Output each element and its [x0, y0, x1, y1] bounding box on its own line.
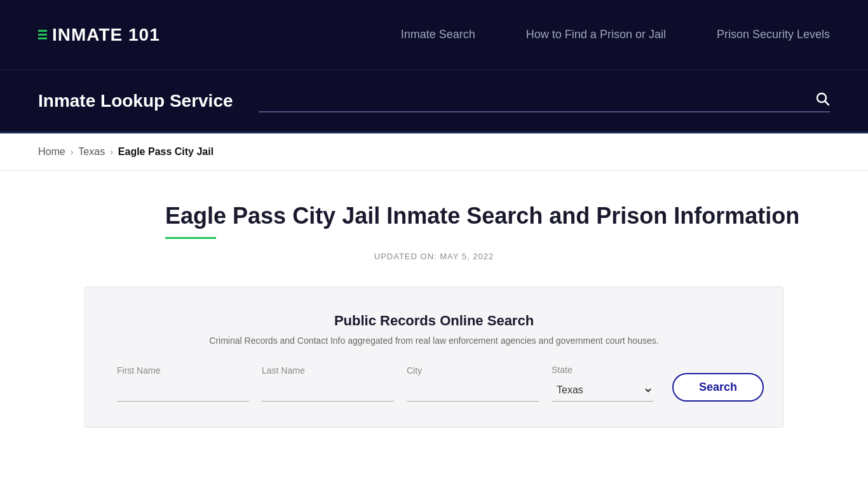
public-records-title: Public Records Online Search: [117, 313, 751, 329]
last-name-label: Last Name: [262, 365, 394, 376]
page-title: Eagle Pass City Jail Inmate Search and P…: [38, 203, 830, 229]
nav-links: Inmate Search How to Find a Prison or Ja…: [401, 28, 830, 41]
search-section-title: Inmate Lookup Service: [38, 91, 233, 111]
breadcrumb-state[interactable]: Texas: [78, 146, 105, 158]
first-name-group: First Name: [117, 365, 249, 402]
public-records-box: Public Records Online Search Criminal Re…: [85, 287, 783, 428]
search-icon: [815, 91, 830, 106]
search-icon-button[interactable]: [815, 91, 830, 106]
breadcrumb-current: Eagle Pass City Jail: [118, 146, 214, 158]
logo-icon: [38, 30, 47, 39]
state-select[interactable]: Texas Alabama Alaska Arizona Arkansas Ca…: [552, 379, 653, 402]
last-name-group: Last Name: [262, 365, 394, 402]
search-input[interactable]: [259, 89, 815, 107]
state-group: State Texas Alabama Alaska Arizona Arkan…: [552, 365, 653, 402]
public-records-subtitle: Criminal Records and Contact Info aggreg…: [117, 336, 751, 346]
breadcrumb: Home › Texas › Eagle Pass City Jail: [38, 146, 830, 158]
city-label: City: [407, 365, 539, 376]
logo-text: INMATE 101: [52, 25, 160, 45]
main-content: Eagle Pass City Jail Inmate Search and P…: [0, 171, 868, 453]
first-name-input[interactable]: [117, 379, 249, 402]
last-name-input[interactable]: [262, 379, 394, 402]
inmate-search-nav-link[interactable]: Inmate Search: [401, 28, 475, 41]
breadcrumb-section: Home › Texas › Eagle Pass City Jail: [0, 133, 868, 171]
breadcrumb-chevron-1: ›: [71, 147, 74, 157]
top-navigation: INMATE 101 Inmate Search How to Find a P…: [0, 0, 868, 70]
public-records-form: First Name Last Name City State Texas Al…: [117, 365, 751, 402]
svg-line-1: [825, 101, 829, 105]
title-underline: [165, 237, 216, 239]
state-label: State: [552, 365, 653, 375]
search-bar-wrapper: [259, 89, 830, 112]
updated-text: UPDATED ON: MAY 5, 2022: [38, 252, 830, 261]
breadcrumb-home[interactable]: Home: [38, 146, 65, 158]
prison-security-nav-link[interactable]: Prison Security Levels: [717, 28, 830, 41]
search-button[interactable]: Search: [672, 373, 764, 402]
city-input[interactable]: [407, 379, 539, 402]
city-group: City: [407, 365, 539, 402]
how-to-find-nav-link[interactable]: How to Find a Prison or Jail: [526, 28, 666, 41]
search-section: Inmate Lookup Service: [0, 70, 868, 133]
breadcrumb-chevron-2: ›: [110, 147, 113, 157]
logo-link[interactable]: INMATE 101: [38, 25, 160, 45]
first-name-label: First Name: [117, 365, 249, 376]
